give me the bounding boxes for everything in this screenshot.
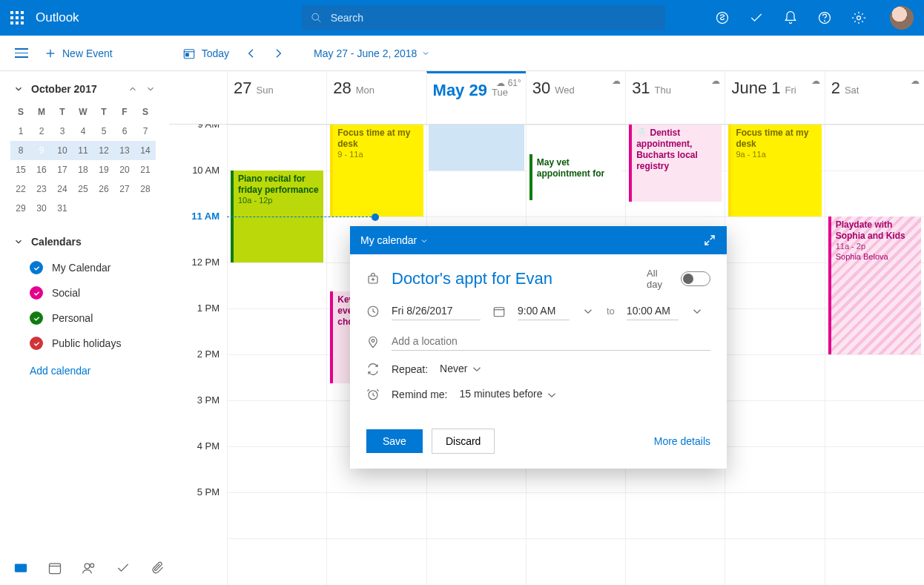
minical-day[interactable]: 9 [31, 141, 52, 160]
minical-day[interactable]: 4 [73, 122, 93, 141]
minical-day[interactable]: 7 [135, 122, 156, 141]
app-launcher-icon[interactable] [10, 11, 24, 24]
add-calendar-button[interactable]: Add calendar [0, 356, 169, 383]
location-input[interactable] [392, 332, 710, 351]
allday-toggle[interactable]: All day [647, 268, 710, 290]
calendar-event[interactable]: Playdate with Sophia and Kids11a - 2pSop… [828, 217, 921, 354]
minical-day[interactable]: 13 [114, 141, 135, 160]
calendar-checkbox[interactable] [30, 261, 43, 274]
minical-day[interactable]: 23 [31, 179, 52, 199]
prev-month-button[interactable] [128, 84, 138, 94]
calendar-checkbox[interactable] [30, 337, 43, 350]
minical-day[interactable]: 16 [31, 160, 52, 179]
bell-icon[interactable] [783, 10, 798, 25]
minical-day[interactable]: 29 [10, 199, 31, 218]
next-week-button[interactable] [272, 47, 284, 59]
minical-day[interactable]: 30 [31, 199, 52, 218]
end-time-input[interactable] [627, 302, 679, 320]
day-header[interactable]: 27Sun [227, 71, 326, 124]
calendar-event[interactable]: 🦷 Dentist appointment, Bucharts local re… [629, 125, 722, 202]
minical-day[interactable]: 8 [10, 141, 31, 160]
day-column[interactable]: Piano recital for friday performance10a … [227, 125, 326, 585]
people-module-button[interactable] [82, 561, 96, 578]
minical-day[interactable]: 15 [10, 160, 31, 179]
calendar-checkbox[interactable] [30, 311, 43, 325]
minical-day[interactable] [93, 199, 114, 218]
minical-day[interactable]: 26 [93, 179, 114, 199]
calendars-header[interactable]: Calendars [0, 218, 169, 255]
event-date-input[interactable] [392, 302, 481, 320]
minical-day[interactable]: 6 [114, 122, 135, 141]
day-header[interactable]: 28Mon [326, 71, 426, 124]
minical-day[interactable]: 22 [10, 179, 31, 199]
minical-day[interactable]: 12 [93, 141, 114, 160]
calendar-icon[interactable] [492, 305, 506, 318]
event-title-input[interactable] [392, 269, 635, 288]
user-avatar[interactable] [890, 6, 914, 30]
discard-button[interactable]: Discard [432, 429, 495, 454]
minical-day[interactable]: 5 [93, 122, 114, 141]
day-header[interactable]: 31Thu☁ [625, 71, 725, 124]
expand-icon[interactable] [703, 234, 716, 247]
calendar-item[interactable]: Personal [0, 305, 169, 331]
minical-day[interactable]: 17 [52, 160, 73, 179]
minical-day[interactable]: 14 [135, 141, 156, 160]
calendar-item[interactable]: Social [0, 280, 169, 305]
mail-module-button[interactable] [13, 561, 28, 578]
new-event-button[interactable]: New Event [44, 47, 113, 59]
minical-day[interactable]: 21 [135, 160, 156, 179]
minical-day[interactable]: 25 [73, 179, 93, 199]
minical-day[interactable]: 18 [73, 160, 93, 179]
more-details-link[interactable]: More details [654, 435, 710, 447]
minical-day[interactable]: 2 [31, 122, 52, 141]
minical-day[interactable]: 24 [52, 179, 73, 199]
repeat-picker[interactable]: Never [440, 363, 484, 376]
todo-icon[interactable] [749, 10, 764, 25]
minical-day[interactable]: 3 [52, 122, 73, 141]
mini-calendar[interactable]: SMTWTFS123456789101112131415161718192021… [10, 102, 159, 218]
search-input[interactable] [331, 12, 656, 24]
attach-module-button[interactable] [150, 561, 165, 578]
today-button[interactable]: Today [182, 47, 229, 60]
popup-calendar-picker[interactable]: My calendar [360, 234, 429, 246]
next-month-button[interactable] [145, 84, 156, 94]
calendar-item[interactable]: My Calendar [0, 255, 169, 280]
minical-day[interactable] [135, 199, 156, 218]
chevron-down-icon[interactable] [690, 305, 704, 318]
settings-icon[interactable] [851, 10, 866, 25]
search-box[interactable] [302, 5, 665, 30]
tasks-module-button[interactable] [116, 561, 131, 578]
date-range-picker[interactable]: May 27 - June 2, 2018 [314, 47, 430, 59]
calendar-event[interactable]: May vet appointment for [529, 154, 622, 200]
calendar-event[interactable]: Focus time at my desk9 - 11a [330, 125, 423, 217]
calendar-event[interactable]: Focus time at my desk9a - 11a [728, 125, 821, 217]
reminder-picker[interactable]: 15 minutes before [459, 388, 558, 401]
calendar-checkbox[interactable] [30, 286, 43, 300]
chevron-down-icon[interactable] [13, 84, 24, 94]
minical-day[interactable] [73, 199, 93, 218]
calendar-module-button[interactable] [47, 561, 62, 578]
day-column[interactable]: Playdate with Sophia and Kids11a - 2pSop… [825, 125, 924, 585]
prev-week-button[interactable] [245, 47, 257, 59]
hamburger-icon[interactable] [15, 48, 28, 58]
day-header[interactable]: June 1Fri☁ [725, 71, 824, 124]
toggle-switch[interactable] [681, 271, 710, 286]
minical-day[interactable]: 11 [73, 141, 93, 160]
minical-day[interactable]: 19 [93, 160, 114, 179]
day-header[interactable]: May 29Tue☁ 61° [426, 71, 526, 124]
chevron-down-icon[interactable] [581, 305, 595, 318]
skype-icon[interactable] [715, 10, 730, 25]
minical-day[interactable]: 1 [10, 122, 31, 141]
minical-day[interactable]: 27 [114, 179, 135, 199]
help-icon[interactable] [817, 10, 832, 25]
day-header[interactable]: 2Sat☁ [825, 71, 924, 124]
start-time-input[interactable] [518, 302, 570, 320]
minical-day[interactable]: 28 [135, 179, 156, 199]
minical-day[interactable]: 20 [114, 160, 135, 179]
minical-day[interactable] [114, 199, 135, 218]
calendar-item[interactable]: Public holidays [0, 331, 169, 356]
save-button[interactable]: Save [366, 429, 423, 453]
minical-day[interactable]: 10 [52, 141, 73, 160]
day-column[interactable]: Focus time at my desk9a - 11a [725, 125, 824, 585]
day-header[interactable]: 30Wed☁ [526, 71, 625, 124]
